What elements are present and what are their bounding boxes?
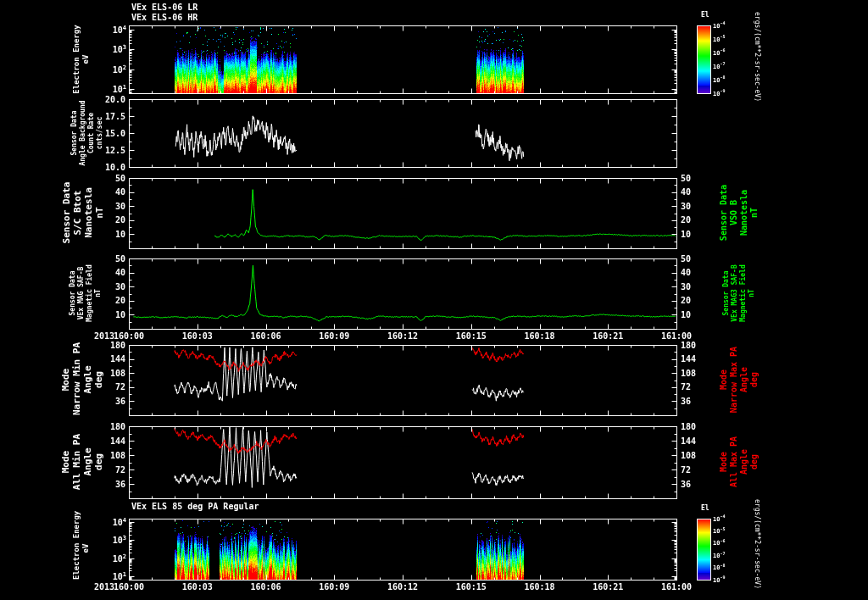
panel7-yaxis-label: Electron Energy eV [72, 517, 91, 580]
panel6-yaxis-label: Mode All Min PA Angle deg [60, 425, 104, 498]
panel3-yaxis-label: Sensor Data S/C Btot Nanotesla nT [61, 177, 105, 248]
panel2-yaxis-label: Sensor Data Angle Background Count Rate … [70, 97, 104, 169]
plot-title-line-2: VEx ELS-06 HR [131, 13, 198, 22]
panel5-right-axis-label: Mode Narrow Max PA Angle deg [719, 344, 760, 415]
colorbar1-title: El [701, 11, 709, 19]
plot-title-line-1: VEx ELS-06 LR [131, 3, 198, 12]
colorbar1-unit-label: ergs/(cm**2-sr-sec-eV) [753, 0, 761, 116]
colorbar2-title: El [701, 504, 709, 512]
panel1-yaxis-label: Electron Energy eV [72, 21, 91, 97]
panel3-right-axis-label: Sensor Data VSO B Nanotesla nT [719, 177, 760, 248]
panel5-yaxis-label: Mode Narrow Min PA Angle deg [60, 344, 104, 415]
panel4-right-axis-label: Sensor Data VEx MAG3 SAF-B Magnetic Fiel… [722, 258, 756, 329]
colorbar2-unit-label: ergs/(cm**2-sr-sec-eV) [753, 485, 761, 600]
panel7-title: VEx ELS 85 deg PA Regular [131, 502, 259, 511]
vex-els-survey-plot: VEx ELS-06 LR VEx ELS-06 HR VEx ELS 85 d… [0, 0, 868, 600]
panel4-yaxis-label: Sensor Data VEx MAG SAF-B Magnetic Field… [69, 258, 103, 329]
